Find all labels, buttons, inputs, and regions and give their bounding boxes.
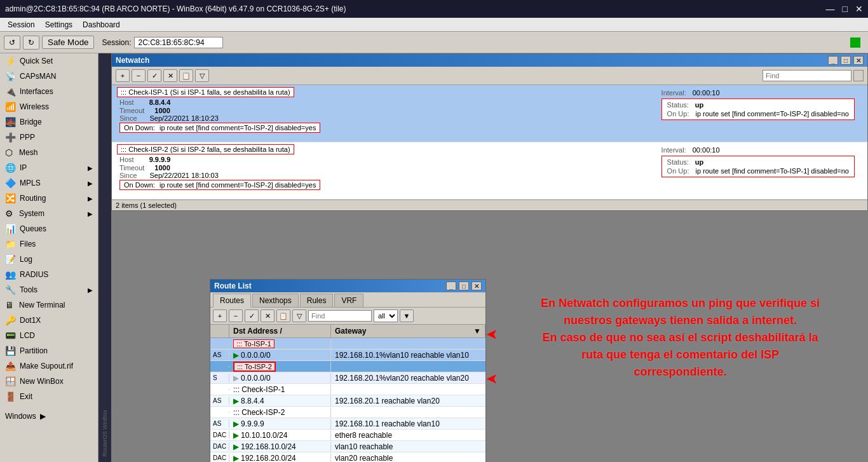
refresh-button[interactable]: ↺: [4, 36, 20, 50]
netwatch-add-button[interactable]: +: [116, 69, 130, 82]
netwatch-remove-button[interactable]: −: [132, 69, 146, 82]
tab-vrf[interactable]: VRF: [334, 294, 363, 307]
newwinbox-icon: 🪟: [5, 376, 16, 386]
netwatch-row-2[interactable]: ::: Check-ISP-2 (Si si ISP-2 falla, se d…: [112, 142, 867, 200]
sidebar-item-quickset[interactable]: ⚡ Quick Set: [0, 53, 98, 69]
table-row[interactable]: AS ▶ 0.0.0.0/0 192.168.10.1%vlan10 reach…: [210, 350, 485, 361]
sidebar-item-queues[interactable]: 📊 Queues: [0, 221, 98, 236]
rl-check-button[interactable]: ✓: [245, 309, 259, 322]
routelist-close[interactable]: ✕: [471, 282, 482, 290]
routelist-window-controls[interactable]: _ □ ✕: [446, 282, 482, 290]
sidebar-item-label: Wireless: [20, 102, 49, 111]
titlebar-controls[interactable]: — □ ✕: [826, 4, 863, 14]
menu-settings[interactable]: Settings: [40, 19, 78, 31]
table-row[interactable]: ::: Check-ISP-2: [210, 407, 485, 418]
routelist-toolbar: + − ✓ ✕ 📋 ▽ all ▼: [210, 308, 485, 325]
sidebar-item-lcd[interactable]: 📟 LCD: [0, 328, 98, 343]
sidebar-item-interfaces[interactable]: 🔌 Interfaces: [0, 84, 98, 99]
sidebar-item-wireless[interactable]: 📶 Wireless: [0, 99, 98, 114]
sidebar-item-newterminal[interactable]: 🖥 New Terminal: [0, 297, 98, 313]
netwatch-entry1-interval-label: Interval:: [661, 89, 686, 97]
tab-routes[interactable]: Routes: [213, 294, 251, 308]
maximize-button[interactable]: □: [843, 4, 848, 14]
rl-copy-button[interactable]: 📋: [276, 309, 290, 322]
rl-remove-button[interactable]: −: [229, 309, 243, 322]
rl-x-button[interactable]: ✕: [261, 309, 275, 322]
rl-find-input[interactable]: [308, 310, 372, 322]
sidebar-item-radius[interactable]: 👥 RADIUS: [0, 267, 98, 282]
toolbar: ↺ ↻ Safe Mode Session: 2C:C8:1B:65:8C:94: [0, 32, 868, 53]
table-row[interactable]: DAC ▶ 10.10.10.0/24 ether8 reachable: [210, 430, 485, 441]
rl-col-gateway[interactable]: Gateway ▼: [331, 325, 485, 337]
netwatch-find-scrollbar: [853, 70, 864, 81]
menu-session[interactable]: Session: [3, 19, 40, 31]
netwatch-row-1[interactable]: ::: Check-ISP-1 (Si si ISP-1 falla, se d…: [112, 85, 867, 142]
sidebar-item-dot1x[interactable]: 🔑 Dot1X: [0, 313, 98, 328]
rl-filter-button[interactable]: ▽: [292, 309, 306, 322]
netwatch-copy-button[interactable]: 📋: [179, 69, 193, 82]
sidebar-item-system[interactable]: ⚙ System ▶: [0, 206, 98, 221]
menu-dashboard[interactable]: Dashboard: [78, 19, 125, 31]
netwatch-titlebar: Netwatch _ □ ✕: [112, 54, 867, 67]
close-button[interactable]: ✕: [855, 4, 863, 14]
netwatch-entry1-status-value: up: [695, 101, 703, 109]
sidebar-item-newwinbox[interactable]: 🪟 New WinBox: [0, 374, 98, 389]
sidebar-windows-section[interactable]: Windows ▶: [0, 409, 98, 423]
table-row[interactable]: DAC ▶ 192.168.20.0/24 vlan20 reachable: [210, 452, 485, 462]
table-row[interactable]: ::: To-ISP-2: [210, 361, 485, 372]
routelist-titlebar: Route List _ □ ✕: [210, 280, 485, 292]
rl-scroll-btn[interactable]: ▼: [400, 309, 414, 322]
netwatch-maximize[interactable]: □: [841, 56, 851, 65]
netwatch-check-button[interactable]: ✓: [147, 69, 161, 82]
rl-col-dst[interactable]: Dst Address /: [229, 325, 331, 337]
connection-status-indicator: [850, 37, 860, 48]
sidebar-item-routing[interactable]: 🔀 Routing ▶: [0, 191, 98, 206]
table-row[interactable]: AS ▶ 8.8.4.4 192.168.20.1 reachable vlan…: [210, 395, 485, 407]
sidebar-item-bridge[interactable]: 🌉 Bridge: [0, 114, 98, 130]
rl-row-type: AS: [210, 351, 229, 359]
sync-button[interactable]: ↻: [23, 36, 39, 50]
table-row[interactable]: ::: Check-ISP-1: [210, 384, 485, 395]
sidebar-item-ip[interactable]: 🌐 IP ▶: [0, 160, 98, 175]
rl-add-button[interactable]: +: [213, 309, 227, 322]
sidebar-item-tools[interactable]: 🔧 Tools ▶: [0, 282, 98, 297]
netwatch-x-button[interactable]: ✕: [163, 69, 177, 82]
menubar: Session Settings Dashboard: [0, 18, 868, 32]
sidebar-item-mesh[interactable]: ⬡ Mesh: [0, 145, 98, 160]
rl-row-gw: vlan10 reachable: [331, 442, 485, 452]
sidebar-item-files[interactable]: 📁 Files: [0, 236, 98, 252]
table-row[interactable]: DAC ▶ 192.168.10.0/24 vlan10 reachable: [210, 441, 485, 452]
ip-expand-arrow: ▶: [88, 165, 93, 172]
wireless-icon: 📶: [5, 102, 16, 112]
sidebar-item-mpls[interactable]: 🔷 MPLS ▶: [0, 175, 98, 191]
sidebar-item-ppp[interactable]: ➕ PPP: [0, 130, 98, 145]
sidebar-item-partition[interactable]: 💾 Partition: [0, 343, 98, 358]
rl-all-select[interactable]: all: [374, 309, 398, 322]
safemode-button[interactable]: Safe Mode: [42, 36, 94, 49]
routelist-maximize[interactable]: □: [459, 282, 469, 290]
rl-gateway-dropdown[interactable]: ▼: [473, 327, 481, 336]
sidebar-item-exit[interactable]: 🚪 Exit: [0, 389, 98, 404]
netwatch-window-controls[interactable]: _ □ ✕: [828, 56, 864, 65]
netwatch-entry1-host-label: Host: [119, 99, 134, 106]
rl-row-gw: 192.168.10.1 reachable vlan10: [331, 419, 485, 429]
titlebar: admin@2C:C8:1B:65:8C:94 (RB ARCO NORTE) …: [0, 0, 868, 18]
netwatch-filter-button[interactable]: ▽: [195, 69, 209, 82]
netwatch-minimize[interactable]: _: [828, 56, 838, 65]
sidebar-item-log[interactable]: 📝 Log: [0, 252, 98, 267]
netwatch-close[interactable]: ✕: [853, 56, 864, 65]
tab-rules[interactable]: Rules: [300, 294, 334, 307]
sidebar-wrapper: ⚡ Quick Set 📡 CAPsMAN 🔌 Interfaces 📶 Wir…: [0, 53, 111, 462]
table-row[interactable]: AS ▶ 9.9.9.9 192.168.10.1 reachable vlan…: [210, 418, 485, 430]
minimize-button[interactable]: —: [826, 4, 835, 14]
sidebar-item-capsman[interactable]: 📡 CAPsMAN: [0, 69, 98, 84]
routelist-minimize[interactable]: _: [446, 282, 456, 290]
table-row[interactable]: S ▶ 0.0.0.0/0 192.168.20.1%vlan20 reacha…: [210, 372, 485, 384]
sidebar-item-makesupout[interactable]: 📤 Make Supout.rif: [0, 358, 98, 374]
table-row[interactable]: ::: To-ISP-1: [210, 338, 485, 350]
netwatch-find-input[interactable]: [763, 70, 851, 81]
newterminal-icon: 🖥: [5, 300, 15, 310]
tab-nexthops[interactable]: Nexthops: [252, 294, 299, 307]
bridge-icon: 🌉: [5, 117, 16, 127]
system-icon: ⚙: [5, 208, 15, 219]
